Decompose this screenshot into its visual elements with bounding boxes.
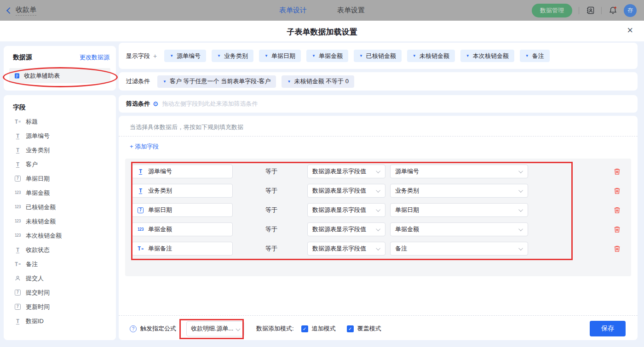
field-item-label: 数据ID xyxy=(26,317,44,325)
trash-icon[interactable] xyxy=(613,167,621,176)
contacts-book-icon[interactable] xyxy=(586,6,595,15)
rule-field[interactable]: T单据备注 xyxy=(132,242,233,256)
select-value: 源单编号 xyxy=(395,167,419,176)
source-field-select[interactable]: 业务类别 xyxy=(390,184,528,198)
number-field-icon: 123 xyxy=(14,205,22,209)
number-field-icon: 123 xyxy=(14,219,22,223)
gear-icon[interactable]: ⚙ xyxy=(153,100,159,108)
display-field-tag[interactable]: ▼源单编号 xyxy=(164,50,206,62)
display-field-tags: ▼源单编号 ▼业务类别 ▼单据日期 ▼单据金额 ▼已核销金额 ▼未核销金额 ▼本… xyxy=(164,50,549,62)
tag-label: 单据日期 xyxy=(271,52,295,60)
display-field-tag[interactable]: ▼备注 xyxy=(520,50,550,62)
rules-hint: 当选择具体数据后，将按如下规则填充数据 xyxy=(119,116,638,131)
date-field-icon: 7 xyxy=(15,290,21,296)
save-button[interactable]: 保存 xyxy=(590,321,626,336)
source-field-select[interactable]: 源单编号 xyxy=(390,165,528,178)
close-icon[interactable]: × xyxy=(627,25,633,35)
overwrite-mode-checkbox[interactable]: ✓ 覆盖模式 xyxy=(347,324,381,333)
filter-tag[interactable]: ▼未核销金额 不等于 0 xyxy=(282,75,354,88)
text-field-icon: T xyxy=(14,161,22,168)
trash-icon[interactable] xyxy=(613,187,621,195)
add-rule-field-link[interactable]: + 添加字段 xyxy=(130,142,159,151)
source-field-select[interactable]: 单据日期 xyxy=(390,203,528,217)
text-field-icon: T xyxy=(14,318,22,324)
source-type-select[interactable]: 数据源表显示字段值 xyxy=(307,242,385,256)
display-field-tag[interactable]: ▼业务类别 xyxy=(212,50,253,62)
source-type-select[interactable]: 数据源表显示字段值 xyxy=(307,203,385,217)
source-field-select[interactable]: 单据金额 xyxy=(390,222,528,236)
datasource-item-label: 收款单辅助表 xyxy=(24,72,60,80)
source-field-select[interactable]: 备注 xyxy=(390,242,528,256)
field-item[interactable]: 7更新时间 xyxy=(4,300,116,314)
field-item[interactable]: 7单据日期 xyxy=(4,171,116,186)
source-type-select[interactable]: 数据源表显示字段值 xyxy=(307,165,385,178)
fill-rules-panel: 当选择具体数据后，将按如下规则填充数据 + 添加字段 T源单编号 等于 数据源表… xyxy=(119,116,638,340)
field-item-label: 提交时间 xyxy=(26,289,50,297)
field-item[interactable]: 123已核销金额 xyxy=(4,200,116,214)
caret-down-icon: ▼ xyxy=(287,80,291,84)
chevron-down-icon xyxy=(376,227,380,231)
filter-tag[interactable]: ▼客户 等于任意一个 当前表单字段-客户 xyxy=(157,75,276,88)
field-item[interactable]: T标题 xyxy=(4,114,116,129)
notification-bell-icon[interactable] xyxy=(608,6,617,15)
rule-field[interactable]: T业务类别 xyxy=(132,184,233,198)
display-field-tag[interactable]: ▼未核销金额 xyxy=(407,50,455,62)
tab-form-settings[interactable]: 表单设置 xyxy=(337,6,365,15)
field-item[interactable]: 提交人 xyxy=(4,271,116,285)
chevron-down-icon xyxy=(518,188,523,193)
trash-icon[interactable] xyxy=(613,206,621,214)
field-item[interactable]: 7提交时间 xyxy=(4,285,116,300)
field-item[interactable]: 123单据金额 xyxy=(4,186,116,200)
caret-down-icon: ▼ xyxy=(525,54,529,58)
trash-icon[interactable] xyxy=(613,225,621,233)
rule-field[interactable]: T源单编号 xyxy=(132,165,233,178)
tag-label: 备注 xyxy=(532,52,544,60)
display-field-tag[interactable]: ▼单据金额 xyxy=(306,50,348,62)
field-item[interactable]: T收款状态 xyxy=(4,243,116,257)
tag-label: 源单编号 xyxy=(177,52,201,60)
caret-down-icon: ▼ xyxy=(170,54,173,58)
trash-icon[interactable] xyxy=(613,245,621,253)
source-type-select[interactable]: 数据源表显示字段值 xyxy=(307,184,385,198)
rule-field-label: 源单编号 xyxy=(148,167,172,176)
select-value: 数据源表显示字段值 xyxy=(312,187,366,195)
caret-down-icon: ▼ xyxy=(264,54,268,58)
field-item-label: 源单编号 xyxy=(26,132,50,140)
rule-field[interactable]: 123单据金额 xyxy=(132,222,233,236)
add-display-field-button[interactable]: + xyxy=(153,52,157,60)
field-item[interactable]: T业务类别 xyxy=(4,143,116,157)
select-value: 数据源表显示字段值 xyxy=(312,245,366,253)
rule-row: T源单编号 等于 数据源表显示字段值 源单编号 xyxy=(132,165,625,178)
append-mode-checkbox[interactable]: ✓ 追加模式 xyxy=(301,324,336,333)
field-item[interactable]: T客户 xyxy=(4,157,116,171)
field-item[interactable]: 123未核销金额 xyxy=(4,214,116,228)
datasource-title: 数据源 xyxy=(13,53,32,62)
table-doc-icon xyxy=(13,73,21,79)
help-icon[interactable]: ? xyxy=(130,325,137,332)
field-item[interactable]: 123本次核销金额 xyxy=(4,228,116,243)
field-item[interactable]: T数据ID xyxy=(4,314,116,328)
field-item[interactable]: T备注 xyxy=(4,257,116,271)
source-type-select[interactable]: 数据源表显示字段值 xyxy=(307,222,385,236)
chevron-down-icon xyxy=(376,246,380,250)
tab-form-design[interactable]: 表单设计 xyxy=(279,6,307,15)
mode-checkboxes: ✓ 追加模式 ✓ 覆盖模式 xyxy=(301,324,381,333)
tag-label: 客户 等于任意一个 当前表单字段-客户 xyxy=(170,77,271,85)
select-value: 数据源表显示字段值 xyxy=(312,206,366,214)
change-datasource-link[interactable]: 更改数据源 xyxy=(80,53,109,62)
field-item[interactable]: T源单编号 xyxy=(4,129,116,143)
datasource-item[interactable]: 收款单辅助表 xyxy=(9,68,110,83)
formula-select[interactable]: 收款明细.源单... xyxy=(186,321,244,336)
app-header: 收款单 表单设计 表单设置 数据管理 xyxy=(0,0,644,21)
select-value: 单据金额 xyxy=(395,225,419,233)
sift-label: 筛选条件 xyxy=(126,100,150,108)
rule-field-label: 单据金额 xyxy=(148,225,172,233)
rule-row: 7单据日期 等于 数据源表显示字段值 单据日期 xyxy=(132,203,625,217)
display-field-tag[interactable]: ▼单据日期 xyxy=(259,50,301,62)
formula-label: 触发指定公式 xyxy=(140,324,176,333)
date-field-icon: 7 xyxy=(15,176,21,182)
display-field-tag[interactable]: ▼本次核销金额 xyxy=(460,50,514,62)
rule-field[interactable]: 7单据日期 xyxy=(132,203,233,217)
display-field-tag[interactable]: ▼已核销金额 xyxy=(354,50,402,62)
field-item-label: 标题 xyxy=(26,118,38,126)
